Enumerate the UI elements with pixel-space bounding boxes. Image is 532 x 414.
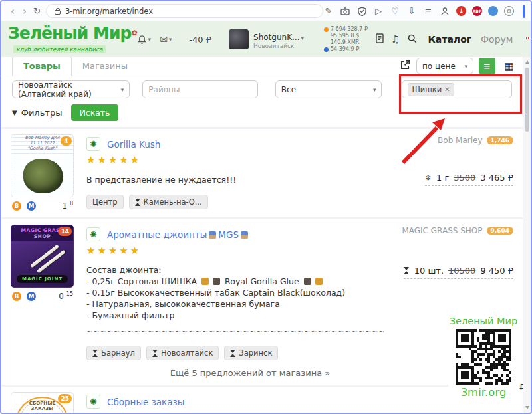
tab-shops[interactable]: Магазины xyxy=(72,57,138,76)
category-select[interactable]: Все ▾ xyxy=(275,80,382,98)
logo-title: Зелёный Мир xyxy=(8,23,131,43)
balance-amount[interactable]: -40 ₽ xyxy=(189,35,211,45)
remove-chip-icon[interactable]: ✕ xyxy=(444,86,450,93)
shop-name-link[interactable]: MAGIC GRASS SHOP xyxy=(402,226,482,235)
scrollbar[interactable] xyxy=(523,57,531,413)
district-tag[interactable]: Центр xyxy=(86,195,124,209)
user-menu[interactable]: ShotgunK...▾ Новоалтайск xyxy=(229,29,304,49)
price-row[interactable]: 10 шт. 10500 9 450 ₽ xyxy=(404,266,513,279)
xmr-payment-icon: M xyxy=(27,201,36,211)
nav-catalog[interactable]: Каталог xyxy=(428,34,471,45)
rules-book-icon[interactable] xyxy=(376,33,384,46)
deal-count: 1 8 xyxy=(62,201,73,211)
districts-input[interactable] xyxy=(148,85,251,94)
product-card-gorilla-kush: 4 Bob Marley Для 11.11.2022 "Gorilla Kus… xyxy=(1,127,523,217)
hourglass-icon xyxy=(230,350,236,357)
scrollbar-thumb[interactable] xyxy=(525,68,529,132)
wizard-emoji-icon xyxy=(241,231,248,239)
tab-products[interactable]: Товары xyxy=(12,57,72,76)
url-text[interactable]: 3-mir.org/market/index xyxy=(65,7,153,16)
category-value: Все xyxy=(281,85,296,94)
district-tag[interactable]: Новоалтайск xyxy=(146,346,219,360)
gorilla-emoji-icon xyxy=(213,278,220,285)
music-icon[interactable]: ♫ xyxy=(391,33,400,45)
district-tag[interactable]: Камень-на-О... xyxy=(129,195,208,209)
rating-stars: ★★★★★ xyxy=(86,412,414,413)
menu-lines-icon[interactable]: ≡ xyxy=(423,6,434,17)
browser-window: ‹ › ↻ 3-mir.org/market/index ✎ ▷ ♡ ⇩ ≡ ↓… xyxy=(0,0,532,414)
old-price: 10500 xyxy=(448,266,475,276)
back-icon[interactable]: ‹ xyxy=(11,5,15,17)
search-tags-field[interactable]: Шишки ✕ xyxy=(402,80,512,98)
sort-value: по цене xyxy=(422,62,456,71)
reload-icon[interactable]: ↻ xyxy=(33,6,41,16)
profile-icon[interactable] xyxy=(440,6,450,17)
product-image[interactable]: 25 СБОРНЫЕЗАКАЗЫ Доставим xyxy=(11,392,74,413)
heart-icon[interactable]: ♡ xyxy=(390,6,400,17)
adblock-extension-icon[interactable]: ABP xyxy=(472,6,482,16)
tab-bar: Товары Магазины по цене ▾ ≡ ▦ xyxy=(1,57,523,76)
price-unit: 1 г xyxy=(436,173,449,183)
scroll-up-arrow[interactable] xyxy=(525,60,529,64)
rate-xmr-rub: 54 394.9 ₽ xyxy=(331,46,359,52)
caret-down-icon: ▾ xyxy=(464,63,467,70)
share-icon[interactable] xyxy=(400,59,411,73)
filters-toggle[interactable]: ▼ Фильтры xyxy=(12,108,62,118)
user-name: ShotgunK... xyxy=(253,33,299,42)
new-price: 3 465 ₽ xyxy=(480,173,513,183)
avatar[interactable] xyxy=(229,29,249,49)
search-icon[interactable] xyxy=(407,33,417,46)
download-icon[interactable]: ⇩ xyxy=(406,6,417,17)
caret-down-icon: ▾ xyxy=(301,35,304,41)
extensions-icon[interactable]: ⚙ xyxy=(504,6,514,16)
profile-strip[interactable] xyxy=(523,5,525,18)
qr-title: Зеленый Мир xyxy=(448,316,519,326)
districts-field[interactable] xyxy=(142,80,257,98)
xmr-payment-icon: M xyxy=(27,292,36,301)
sort-select[interactable]: по цене ▾ xyxy=(416,58,473,74)
filter-actions-row: ▼ Фильтры Искать xyxy=(12,104,512,121)
old-price: 3500 xyxy=(454,173,475,183)
search-chip-label: Шишки xyxy=(412,85,442,94)
rate-usd: 95 595.8 $ xyxy=(331,33,359,39)
district-tag[interactable]: Заринск xyxy=(224,346,278,360)
image-caption: "Gorilla Kush" xyxy=(11,146,73,151)
product-title-link[interactable]: Ароматные джоинтыMGS xyxy=(107,229,250,240)
more-offers-link[interactable]: Ещё 5 предложений от магазина » xyxy=(86,368,414,378)
search-button[interactable]: Искать xyxy=(71,104,118,121)
city-select[interactable]: Новоалтайск (Алтайский край) ▾ xyxy=(12,80,130,98)
hourglass-icon xyxy=(135,199,141,206)
caret-down-icon: ▾ xyxy=(148,36,152,43)
messages-button[interactable]: ✉ ▾ xyxy=(160,34,172,45)
downloader-extension-icon[interactable]: ↓ xyxy=(456,6,466,16)
wizard-emoji-icon xyxy=(209,231,216,239)
send-icon[interactable]: ▷ xyxy=(373,6,384,17)
product-description: В представление не нуждается!!! xyxy=(86,174,414,185)
shop-name-link[interactable]: Bob Marley xyxy=(438,136,482,145)
main-content: Товары Магазины по цене ▾ ≡ ▦ Новоалтайс… xyxy=(1,57,523,413)
forward-icon[interactable]: › xyxy=(23,5,27,17)
product-image[interactable]: 14 MAGIC GRASSSHOP MAGIC JOINT xyxy=(11,225,74,288)
district-tag[interactable]: Барнаул xyxy=(86,346,141,360)
product-image[interactable]: 4 Bob Marley Для 11.11.2022 "Gorilla Kus… xyxy=(11,134,74,197)
nav-forum[interactable]: Форум xyxy=(481,34,513,45)
blue-extension-icon[interactable] xyxy=(488,6,498,16)
product-title-link[interactable]: Сборные заказы xyxy=(107,397,184,407)
product-title-link[interactable]: Gorilla Kush xyxy=(107,139,160,150)
scroll-down-arrow[interactable] xyxy=(525,406,529,409)
hourglass-icon xyxy=(404,267,410,274)
edit-icon[interactable]: ✎ xyxy=(323,6,334,17)
search-chip[interactable]: Шишки ✕ xyxy=(408,83,454,96)
notifications-button[interactable]: ▾ xyxy=(137,35,152,45)
list-view-button[interactable]: ≡ xyxy=(479,58,495,74)
caret-down-icon: ▾ xyxy=(121,86,124,93)
product-card-joints: 14 MAGIC GRASSSHOP MAGIC JOINT B M 0 15 xyxy=(1,217,523,385)
price-row[interactable]: ❄ 1 г 3500 3 465 ₽ xyxy=(425,173,513,186)
camera-icon[interactable] xyxy=(340,6,350,17)
shield-check-icon[interactable] xyxy=(356,6,367,17)
btc-payment-icon: B xyxy=(12,292,21,301)
xmr-icon xyxy=(324,47,329,52)
grid-view-button[interactable]: ▦ xyxy=(501,58,517,74)
address-bar[interactable]: 3-mir.org/market/index xyxy=(46,4,323,18)
site-logo[interactable]: Зелёный Мир✿ клуб любителей каннабиса xyxy=(8,25,137,54)
